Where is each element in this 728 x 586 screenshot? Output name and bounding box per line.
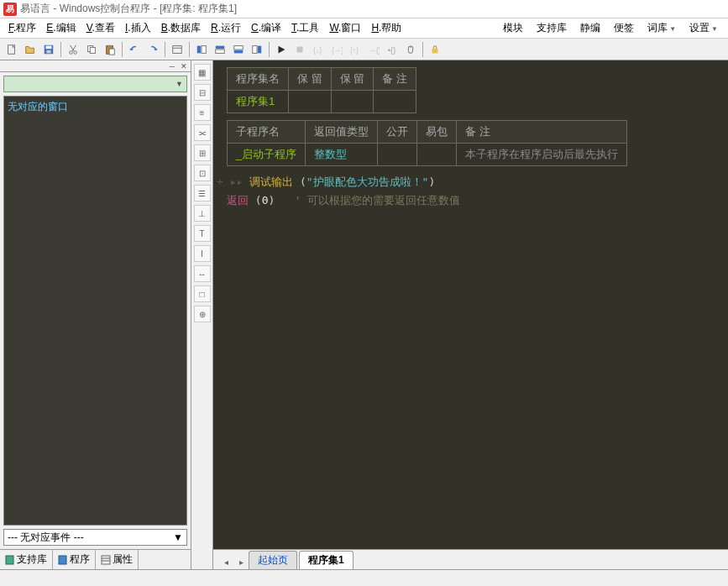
table-row[interactable]: _启动子程序 整数型 本子程序在程序启动后最先执行 [228, 144, 627, 166]
ts-boxplus-icon[interactable]: ⊞ [194, 144, 211, 161]
cell-return-type[interactable]: 整数型 [306, 144, 378, 166]
code-function: 调试输出 [249, 175, 293, 188]
th-yibao: 易包 [417, 121, 457, 144]
cell-set-name[interactable]: 程序集1 [228, 91, 289, 113]
tab-nav-next-icon[interactable]: ▸ [233, 554, 249, 569]
editor-body[interactable]: 程序集名 保 留 保 留 备 注 程序集1 子程序名 返回值类型 公开 [213, 60, 728, 549]
open-button[interactable] [22, 41, 39, 58]
panel-minimize-icon[interactable]: ─ [167, 62, 177, 71]
ts-boxdot-icon[interactable]: ⊡ [194, 165, 211, 181]
th-set-name: 程序集名 [228, 68, 289, 91]
editor-tab-bar: ◂ ▸ 起始页 程序集1 [213, 549, 728, 569]
menu-run[interactable]: R.运行 [206, 19, 246, 37]
svg-rect-10 [109, 49, 114, 55]
ts-more-icon[interactable]: ⊕ [194, 306, 211, 322]
step-over-button[interactable]: {→} [328, 41, 345, 58]
tab-start-page[interactable]: 起始页 [249, 551, 297, 569]
run-button[interactable] [273, 41, 290, 58]
table-header-row: 程序集名 保 留 保 留 备 注 [228, 68, 416, 91]
svg-rect-19 [253, 45, 257, 53]
th-remark: 备 注 [374, 68, 416, 91]
ts-bars-icon[interactable]: ≡ [194, 104, 211, 121]
menu-edit[interactable]: E.编辑 [41, 19, 81, 37]
menu-program[interactable]: F.程序 [3, 19, 41, 37]
undo-button[interactable] [126, 41, 143, 58]
component-tree[interactable]: 无对应的窗口 [3, 96, 187, 526]
event-selector-combo[interactable]: --- 无对应事件 --- ▼ [3, 529, 187, 546]
chevron-down-icon: ▼ [173, 531, 183, 543]
app-logo-icon: 易 [3, 3, 17, 16]
panel-close-icon[interactable]: ✕ [179, 62, 189, 71]
layout1-button[interactable] [193, 41, 210, 58]
ts-text-icon[interactable]: T [194, 225, 211, 242]
hand-button[interactable] [402, 41, 419, 58]
step-out-button[interactable]: {↑} [347, 41, 364, 58]
menu-dictionary[interactable]: 词库▼ [641, 19, 683, 37]
chevron-down-icon: ▼ [175, 80, 183, 88]
menu-tools[interactable]: T.工具 [286, 19, 324, 37]
menu-view[interactable]: V.查看 [81, 19, 120, 37]
fold-indicator-icon[interactable]: + ▸▸ [217, 175, 249, 188]
event-selector-text: --- 无对应事件 --- [8, 531, 84, 545]
table-row[interactable]: 程序集1 [228, 91, 416, 113]
cell-yibao[interactable] [417, 144, 457, 166]
menu-compile[interactable]: C.编译 [246, 19, 286, 37]
lock-button[interactable] [427, 41, 443, 58]
ts-arrows-icon[interactable]: ↔ [194, 265, 211, 282]
cell-reserved2[interactable] [331, 91, 374, 113]
svg-rect-11 [173, 45, 182, 53]
svg-rect-20 [258, 45, 261, 53]
tab-properties[interactable]: 属性 [96, 550, 139, 569]
menu-module[interactable]: 模块 [496, 19, 530, 37]
cell-remark[interactable] [374, 91, 416, 113]
svg-rect-9 [107, 44, 111, 47]
tab-program-set-1[interactable]: 程序集1 [299, 551, 354, 569]
tab-program[interactable]: 程序 [53, 550, 96, 569]
menu-window[interactable]: W.窗口 [324, 19, 366, 37]
svg-rect-21 [297, 46, 303, 52]
paste-button[interactable] [102, 41, 118, 58]
menu-support-lib[interactable]: 支持库 [530, 19, 573, 37]
layout4-button[interactable] [249, 41, 265, 58]
code-line[interactable]: 返回 (0) ' 可以根据您的需要返回任意数值 [227, 191, 715, 210]
ts-hlines-icon[interactable]: ☰ [194, 185, 211, 201]
window-button[interactable] [169, 41, 186, 58]
menu-static-compile[interactable]: 静编 [573, 19, 607, 37]
menu-database[interactable]: B.数据库 [156, 19, 206, 37]
redo-button[interactable] [144, 41, 161, 58]
tab-nav-prev-icon[interactable]: ◂ [218, 554, 233, 569]
layout3-button[interactable] [230, 41, 247, 58]
th-return-type: 返回值类型 [306, 121, 378, 144]
cut-button[interactable] [65, 41, 81, 58]
ts-cursor-icon[interactable]: I [194, 245, 211, 262]
ts-square-icon[interactable]: □ [194, 285, 211, 302]
svg-rect-3 [46, 50, 50, 53]
save-button[interactable] [40, 41, 57, 58]
new-button[interactable] [3, 41, 20, 58]
ts-align-icon[interactable]: ⊟ [194, 84, 211, 101]
ts-grid-icon[interactable]: ▦ [194, 64, 211, 81]
svg-rect-13 [197, 45, 201, 53]
breakpoint-button[interactable]: •{} [384, 41, 401, 58]
th-public: 公开 [378, 121, 417, 144]
code-line[interactable]: + ▸▸ 调试输出 ("护眼配色大功告成啦！") [217, 173, 715, 191]
cell-public[interactable] [378, 144, 417, 166]
svg-text:{→}: {→} [332, 45, 343, 54]
cell-reserved1[interactable] [289, 91, 332, 113]
cell-sub-name[interactable]: _启动子程序 [228, 144, 306, 166]
window-selector-combo[interactable]: ▼ [3, 76, 187, 92]
menu-insert[interactable]: I.插入 [120, 19, 156, 37]
copy-button[interactable] [83, 41, 100, 58]
tab-support-lib[interactable]: 支持库 [0, 550, 53, 569]
menu-settings[interactable]: 设置▼ [683, 19, 725, 37]
stop-button[interactable] [291, 41, 308, 58]
menu-notes[interactable]: 便签 [607, 19, 641, 37]
layout2-button[interactable] [212, 41, 228, 58]
ts-link-icon[interactable]: ⫘ [194, 124, 211, 141]
cell-remark[interactable]: 本子程序在程序启动后最先执行 [457, 144, 627, 166]
step-into-button[interactable]: {↓} [310, 41, 327, 58]
svg-rect-7 [90, 47, 95, 53]
ts-vert-icon[interactable]: ⊥ [194, 205, 211, 222]
run-to-cursor-button[interactable]: →{} [365, 41, 382, 58]
menu-help[interactable]: H.帮助 [366, 19, 406, 37]
